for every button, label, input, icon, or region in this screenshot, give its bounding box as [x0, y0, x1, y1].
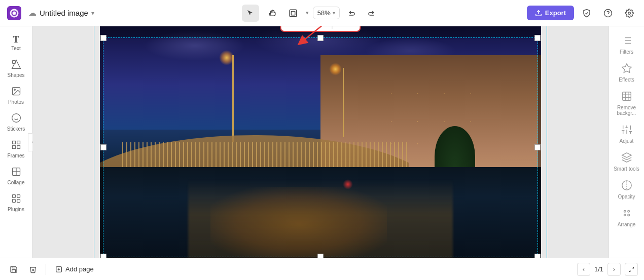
sidebar-item-stickers[interactable]: Stickers — [2, 109, 30, 135]
frame-tool-button[interactable] — [284, 5, 302, 22]
delete-button[interactable] — [25, 262, 41, 277]
crop-toolbar-divider — [332, 26, 332, 29]
crop-preset-button[interactable]: Custom ▾ — [297, 26, 329, 28]
crop-toolbar-icon — [286, 26, 294, 29]
remove-bg-icon — [621, 91, 632, 103]
svg-rect-17 — [17, 146, 20, 149]
topbar: ☁ Untitled image ▾ ▾ 58% ▾ — [0, 0, 644, 26]
shapes-icon — [11, 59, 21, 71]
canvas-area[interactable]: Custom ▾ × ✓ — [32, 26, 609, 258]
sidebar-item-photos[interactable]: Photos — [2, 82, 30, 108]
sidebar-item-shapes[interactable]: Shapes — [2, 55, 30, 81]
svg-line-56 — [632, 267, 634, 269]
app-logo[interactable] — [6, 5, 22, 21]
bottom-right: ‹ 1/1 › — [577, 263, 638, 276]
right-item-opacity[interactable]: Opacity — [612, 176, 642, 203]
svg-point-51 — [624, 214, 626, 216]
crop-cancel-button[interactable]: × — [335, 26, 344, 29]
document-title[interactable]: Untitled image — [40, 9, 88, 17]
right-item-smart-tools[interactable]: Smart tools — [612, 148, 642, 175]
crop-preset-label: Custom — [299, 26, 322, 27]
add-page-button[interactable]: Add page — [51, 263, 98, 275]
right-item-remove-bg[interactable]: Remove backgr... — [612, 87, 642, 119]
svg-point-7 — [628, 12, 631, 14]
sidebar-item-plugins[interactable]: Plugins — [2, 189, 30, 215]
select-tool-button[interactable] — [242, 5, 259, 22]
svg-point-12 — [12, 114, 20, 123]
page-prev-button[interactable]: ‹ — [577, 263, 590, 276]
opacity-icon — [621, 180, 632, 192]
car-light — [343, 179, 353, 189]
right-item-filters[interactable]: Filters — [612, 31, 642, 58]
svg-line-57 — [629, 270, 631, 272]
save-button[interactable] — [6, 262, 21, 277]
effects-icon — [621, 63, 632, 75]
svg-point-1 — [13, 12, 15, 14]
plugins-icon — [11, 193, 21, 205]
canvas-outer: Custom ▾ × ✓ — [100, 26, 541, 258]
svg-point-11 — [14, 89, 15, 91]
redo-button[interactable] — [362, 5, 379, 22]
zoom-value: 58% — [317, 9, 331, 17]
svg-rect-25 — [17, 199, 20, 203]
right-sidebar: Filters Effects Remove backgr... Adjust … — [609, 26, 644, 258]
canvas-wrapper: Custom ▾ × ✓ — [100, 26, 541, 258]
pan-tool-button[interactable] — [263, 5, 280, 22]
help-button[interactable] — [599, 5, 617, 22]
cloud-icon: ☁ — [28, 8, 37, 18]
svg-rect-16 — [17, 141, 20, 144]
stickers-icon — [11, 113, 21, 125]
scene-lamppost-2 — [343, 68, 344, 137]
page-next-button[interactable]: › — [607, 263, 621, 276]
topbar-center-tools: ▾ 58% ▾ — [98, 5, 523, 22]
frame-tool-chevron[interactable]: ▾ — [306, 10, 309, 16]
sidebar-item-text[interactable]: T Text — [2, 31, 30, 54]
smart-tools-icon — [621, 152, 632, 165]
undo-button[interactable] — [344, 5, 361, 22]
scene-lamplight-2 — [329, 63, 342, 75]
settings-button[interactable] — [621, 5, 638, 22]
collage-icon — [11, 167, 21, 178]
water-reflection — [188, 179, 453, 258]
right-item-adjust[interactable]: Adjust — [612, 120, 642, 147]
crop-confirm-button[interactable]: ✓ — [344, 26, 355, 29]
undo-redo-group — [344, 5, 379, 22]
right-item-arrange[interactable]: Arrange — [612, 204, 642, 230]
photos-icon — [11, 86, 21, 98]
main-content: T Text Shapes Photos Stickers ‹ — [0, 26, 644, 258]
scene-lamppost-1 — [232, 55, 234, 142]
svg-rect-23 — [17, 195, 20, 198]
svg-rect-24 — [12, 199, 15, 203]
sidebar-item-frames[interactable]: Frames — [2, 136, 30, 162]
bottom-divider — [46, 264, 46, 275]
expand-button[interactable] — [625, 263, 638, 276]
svg-rect-35 — [622, 92, 631, 101]
scene-lamplight-1 — [219, 50, 234, 65]
svg-rect-3 — [291, 11, 295, 15]
bottom-bar: Add page ‹ 1/1 › — [0, 258, 644, 280]
svg-marker-34 — [622, 64, 631, 72]
svg-rect-22 — [12, 195, 15, 198]
svg-rect-15 — [12, 141, 15, 144]
adjust-icon — [621, 124, 632, 137]
crop-handle-middle-left[interactable] — [100, 144, 106, 150]
right-item-effects[interactable]: Effects — [612, 59, 642, 86]
arrange-icon — [621, 208, 632, 220]
svg-point-49 — [624, 211, 626, 213]
left-sidebar: T Text Shapes Photos Stickers ‹ — [0, 26, 32, 258]
text-icon: T — [13, 35, 19, 44]
export-button[interactable]: Export — [527, 6, 574, 20]
shield-check-button[interactable] — [578, 5, 595, 22]
svg-rect-2 — [290, 10, 297, 17]
page-indicator: 1/1 — [594, 265, 603, 273]
title-area: ☁ Untitled image ▾ — [28, 8, 94, 18]
svg-marker-8 — [12, 60, 20, 69]
sidebar-item-collage[interactable]: Collage — [2, 163, 30, 188]
frames-icon — [11, 140, 21, 151]
topbar-right: Export — [527, 5, 638, 22]
svg-point-50 — [627, 211, 629, 213]
zoom-chevron-icon: ▾ — [333, 10, 335, 16]
title-chevron-icon[interactable]: ▾ — [91, 10, 94, 17]
zoom-control[interactable]: 58% ▾ — [313, 7, 340, 19]
svg-rect-18 — [12, 146, 15, 149]
